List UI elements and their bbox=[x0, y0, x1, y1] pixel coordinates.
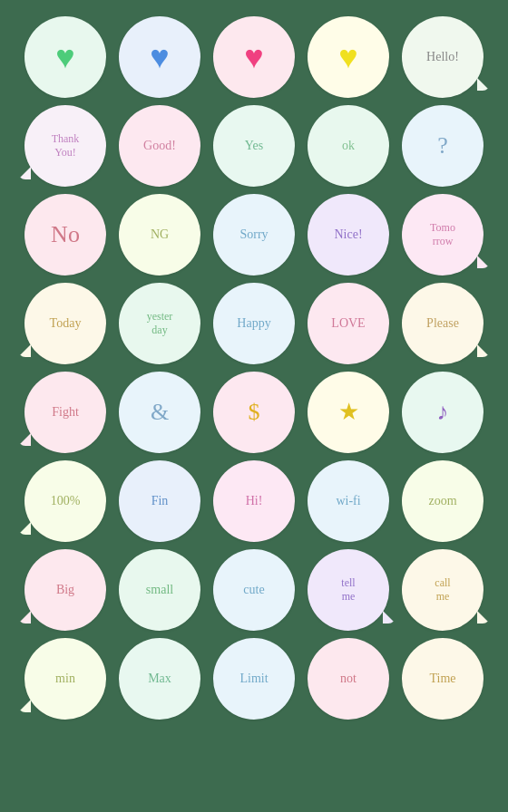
item-good[interactable]: Good! bbox=[119, 105, 200, 187]
small-label: small bbox=[146, 582, 173, 598]
limit-label: Limit bbox=[239, 671, 268, 687]
item-star[interactable]: ★ bbox=[308, 372, 389, 453]
ok-label: ok bbox=[342, 138, 355, 154]
dollar-label: $ bbox=[249, 398, 260, 428]
min-label: min bbox=[55, 671, 75, 687]
item-no[interactable]: No bbox=[24, 194, 106, 276]
zoom-label: zoom bbox=[428, 493, 456, 509]
item-thank-you[interactable]: Thank You! bbox=[24, 105, 106, 187]
item-small[interactable]: small bbox=[119, 549, 200, 631]
tell-me-label: tell me bbox=[341, 576, 355, 604]
ng-label: NG bbox=[151, 227, 169, 243]
sorry-label: Sorry bbox=[239, 227, 268, 243]
item-nice[interactable]: Nice! bbox=[308, 194, 389, 276]
item-tomorrow[interactable]: Tomo rrow bbox=[402, 194, 484, 276]
pink-heart-symbol: ♥ bbox=[244, 41, 263, 73]
green-heart-symbol: ♥ bbox=[55, 41, 74, 73]
item-blue-heart[interactable]: ♥ bbox=[119, 16, 200, 98]
item-big[interactable]: Big bbox=[24, 549, 106, 631]
item-yellow-heart[interactable]: ♥ bbox=[308, 16, 389, 98]
no-label: No bbox=[51, 220, 80, 250]
today-label: Today bbox=[50, 315, 82, 332]
yesterday-label: yester day bbox=[147, 310, 173, 337]
item-today[interactable]: Today bbox=[24, 283, 106, 364]
happy-label: Happy bbox=[237, 315, 270, 332]
fin-label: Fin bbox=[151, 493, 169, 509]
item-not[interactable]: not bbox=[308, 638, 389, 720]
item-call-me[interactable]: call me bbox=[402, 549, 484, 631]
thank-you-label: Thank You! bbox=[52, 132, 80, 160]
item-hello[interactable]: Hello! bbox=[402, 16, 484, 98]
item-music-note[interactable]: ♪ bbox=[402, 372, 484, 453]
yellow-heart-symbol: ♥ bbox=[338, 41, 357, 73]
item-pink-heart[interactable]: ♥ bbox=[213, 16, 295, 98]
item-love[interactable]: LOVE bbox=[308, 283, 389, 364]
item-fin[interactable]: Fin bbox=[119, 460, 200, 542]
call-me-label: call me bbox=[435, 576, 450, 604]
item-happy[interactable]: Happy bbox=[213, 283, 295, 364]
item-ng[interactable]: NG bbox=[119, 194, 200, 276]
item-fight[interactable]: Fight bbox=[24, 372, 106, 453]
item-max[interactable]: Max bbox=[119, 638, 200, 720]
blue-heart-symbol: ♥ bbox=[150, 41, 169, 73]
music-note-label: ♪ bbox=[437, 398, 449, 428]
star-label: ★ bbox=[338, 398, 359, 428]
fight-label: Fight bbox=[52, 404, 79, 420]
item-cute[interactable]: cute bbox=[213, 549, 295, 631]
ampersand-label: & bbox=[151, 398, 169, 428]
item-yes[interactable]: Yes bbox=[213, 105, 295, 187]
item-tell-me[interactable]: tell me bbox=[308, 549, 389, 631]
time-label: Time bbox=[429, 671, 455, 687]
hello-label: Hello! bbox=[426, 49, 459, 65]
wifi-label: wi-fi bbox=[336, 493, 360, 509]
item-dollar[interactable]: $ bbox=[213, 372, 295, 453]
item-hi[interactable]: Hi! bbox=[213, 460, 295, 542]
question-label: ? bbox=[437, 131, 448, 161]
item-please[interactable]: Please bbox=[402, 283, 484, 364]
hundred-label: 100% bbox=[51, 493, 81, 509]
item-sorry[interactable]: Sorry bbox=[213, 194, 295, 276]
cute-label: cute bbox=[243, 582, 264, 598]
yes-label: Yes bbox=[245, 138, 263, 154]
emoji-grid: ♥♥♥♥Hello!Thank You!Good!Yesok?NoNGSorry… bbox=[20, 16, 488, 720]
item-zoom[interactable]: zoom bbox=[402, 460, 484, 542]
item-time[interactable]: Time bbox=[402, 638, 484, 720]
item-green-heart[interactable]: ♥ bbox=[24, 16, 106, 98]
nice-label: Nice! bbox=[334, 227, 362, 243]
big-label: Big bbox=[56, 582, 74, 598]
max-label: Max bbox=[148, 671, 171, 687]
love-label: LOVE bbox=[331, 315, 365, 332]
please-label: Please bbox=[426, 315, 459, 332]
not-label: not bbox=[340, 671, 357, 687]
item-min[interactable]: min bbox=[24, 638, 106, 720]
tomorrow-label: Tomo rrow bbox=[430, 221, 455, 248]
item-limit[interactable]: Limit bbox=[213, 638, 295, 720]
item-ampersand[interactable]: & bbox=[119, 372, 200, 453]
item-ok[interactable]: ok bbox=[308, 105, 389, 187]
item-hundred[interactable]: 100% bbox=[24, 460, 106, 542]
item-question[interactable]: ? bbox=[402, 105, 484, 187]
item-yesterday[interactable]: yester day bbox=[119, 283, 200, 364]
good-label: Good! bbox=[143, 138, 176, 154]
hi-label: Hi! bbox=[246, 493, 263, 509]
item-wifi[interactable]: wi-fi bbox=[308, 460, 389, 542]
